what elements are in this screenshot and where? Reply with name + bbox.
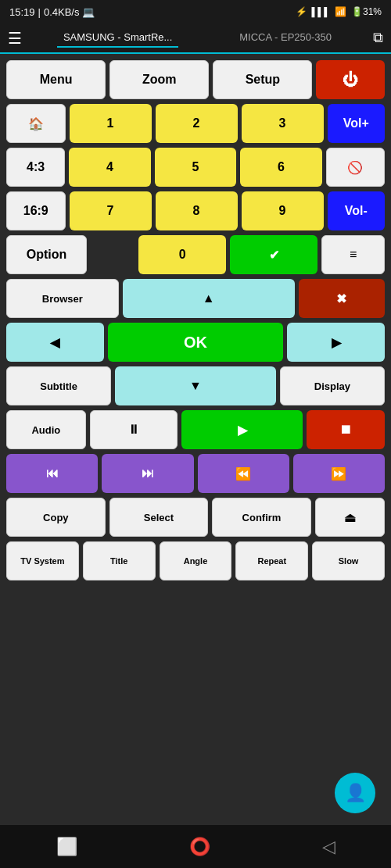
num-9-button[interactable]: 9: [242, 191, 324, 230]
remote-control: Menu Zoom Setup ⏻ 🏠 1 2 3 Vol+ 4:3 4 5 6…: [0, 54, 391, 825]
num-1-button[interactable]: 1: [70, 104, 152, 143]
num-7-button[interactable]: 7: [70, 191, 152, 230]
wifi-icon: 📶: [335, 6, 346, 17]
laptop-icon: 💻: [82, 6, 95, 18]
bluetooth-icon: ⚡: [296, 6, 307, 17]
row-nums-1: 🏠 1 2 3 Vol+: [6, 104, 385, 143]
right-button[interactable]: ▶: [287, 323, 385, 362]
nav-back-icon[interactable]: ◁: [322, 837, 335, 857]
row-subtitle: Subtitle ▼ Display: [6, 366, 385, 405]
row-nums-3: 16:9 7 8 9 Vol-: [6, 191, 385, 230]
repeat-button[interactable]: Repeat: [235, 541, 308, 580]
skip-next-button[interactable]: ⏭: [102, 454, 193, 493]
angle-button[interactable]: Angle: [160, 541, 232, 580]
menu-button[interactable]: Menu: [6, 60, 106, 99]
list-button[interactable]: ≡: [321, 235, 385, 274]
down-button[interactable]: ▼: [115, 366, 276, 405]
vol-minus-button[interactable]: Vol-: [328, 191, 386, 230]
status-data-rate: 0.4KB/s: [44, 6, 80, 18]
tv-system-button[interactable]: TV System: [6, 541, 79, 580]
row-option: Option 0 ✔ ≡: [6, 235, 385, 274]
left-button[interactable]: ◀: [6, 323, 104, 362]
battery-icon: 🔋31%: [351, 6, 382, 17]
status-data: |: [38, 6, 41, 18]
tab-samsung[interactable]: SAMSUNG - SmartRe...: [57, 28, 178, 48]
display-button[interactable]: Display: [280, 366, 385, 405]
slow-button[interactable]: Slow: [312, 541, 385, 580]
nav-square-icon[interactable]: ⬜: [56, 837, 77, 857]
fab-people-button[interactable]: 👤: [335, 773, 375, 813]
status-time: 15:19: [9, 6, 35, 18]
audio-button[interactable]: Audio: [6, 410, 86, 449]
num-6-button[interactable]: 6: [240, 148, 322, 187]
row-browser: Browser ▲ ✖: [6, 279, 385, 318]
row-misc: TV System Title Angle Repeat Slow: [6, 541, 385, 580]
rewind-button[interactable]: ⏪: [198, 454, 289, 493]
skip-prev-button[interactable]: ⏮: [6, 454, 98, 493]
select-button[interactable]: Select: [109, 498, 209, 537]
nav-circle-icon[interactable]: ⭕: [189, 837, 210, 857]
stop-button[interactable]: ⏹: [307, 410, 385, 449]
num-8-button[interactable]: 8: [156, 191, 238, 230]
row-audio: Audio ⏸ ▶ ⏹: [6, 410, 385, 449]
row-nums-2: 4:3 4 5 6 🚫: [6, 148, 385, 187]
signal-icon: ▌▌▌: [312, 7, 330, 16]
aspect-16-9-button[interactable]: 16:9: [6, 191, 66, 230]
eject-button[interactable]: ⏏: [315, 498, 385, 537]
num-3-button[interactable]: 3: [242, 104, 324, 143]
zoom-button[interactable]: Zoom: [109, 60, 209, 99]
subtitle-button[interactable]: Subtitle: [6, 366, 111, 405]
num-5-button[interactable]: 5: [155, 148, 237, 187]
aspect-4-3-button[interactable]: 4:3: [6, 148, 65, 187]
no-sign-button[interactable]: 🚫: [326, 148, 385, 187]
num-2-button[interactable]: 2: [156, 104, 238, 143]
confirm-check-button[interactable]: ✔: [230, 235, 317, 274]
row-ok: ◀ OK ▶: [6, 323, 385, 362]
title-button[interactable]: Title: [83, 541, 156, 580]
power-button[interactable]: ⏻: [316, 60, 385, 99]
close-button[interactable]: ✖: [299, 279, 385, 318]
copy-screen-icon[interactable]: ⧉: [373, 30, 383, 46]
ok-button[interactable]: OK: [108, 323, 284, 362]
up-button[interactable]: ▲: [123, 279, 295, 318]
num-4-button[interactable]: 4: [69, 148, 151, 187]
option-button[interactable]: Option: [6, 235, 87, 274]
confirm-button[interactable]: Confirm: [212, 498, 311, 537]
num-0-button[interactable]: 0: [138, 235, 226, 274]
row-transport: ⏮ ⏭ ⏪ ⏩: [6, 454, 385, 493]
row-copy: Copy Select Confirm ⏏: [6, 498, 385, 537]
nav-bar: ☰ SAMSUNG - SmartRe... MICCA - EP250-350…: [0, 23, 391, 54]
setup-button[interactable]: Setup: [213, 60, 312, 99]
vol-plus-button[interactable]: Vol+: [328, 104, 386, 143]
browser-button[interactable]: Browser: [6, 279, 119, 318]
play-button[interactable]: ▶: [181, 410, 303, 449]
row-menu: Menu Zoom Setup ⏻: [6, 60, 385, 99]
tab-micca[interactable]: MICCA - EP250-350: [233, 28, 338, 48]
hamburger-menu-icon[interactable]: ☰: [8, 29, 22, 48]
pause-button[interactable]: ⏸: [90, 410, 178, 449]
bottom-nav-bar: ⬜ ⭕ ◁: [0, 825, 391, 868]
fast-forward-button[interactable]: ⏩: [293, 454, 385, 493]
status-bar: 15:19 | 0.4KB/s 💻 ⚡ ▌▌▌ 📶 🔋31%: [0, 0, 391, 23]
home-button[interactable]: 🏠: [6, 104, 66, 143]
copy-button[interactable]: Copy: [6, 498, 106, 537]
